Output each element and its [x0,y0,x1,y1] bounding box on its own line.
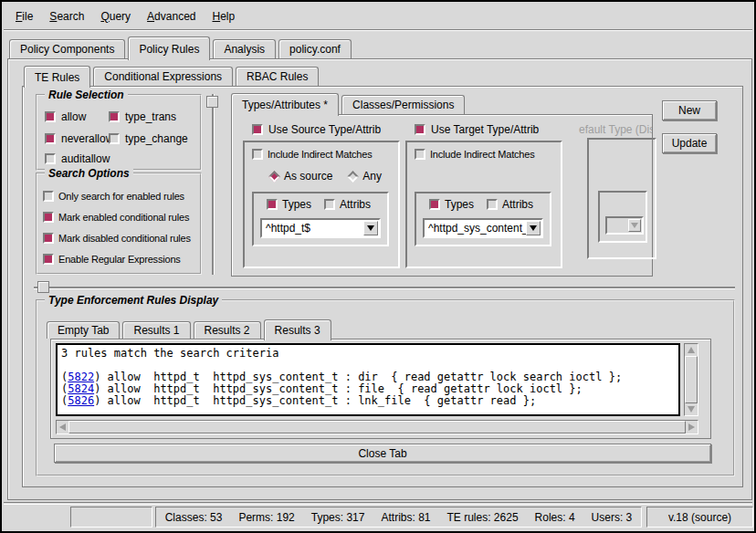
status-perms: Perms: 192 [238,511,294,524]
mark-disabled-label: Mark disabled conditional rules [58,233,191,244]
new-button-label: New [678,104,700,117]
scroll-right-icon[interactable] [686,421,698,433]
menu-help[interactable]: Help [204,5,243,28]
source-attribs-checkbox[interactable] [324,199,335,210]
tab-results-3[interactable]: Results 3 [264,319,331,340]
tab-types-attributes[interactable]: Types/Attributes * [231,93,339,116]
apol-window: { "window": { "bg": "#d9d9d9", "accent":… [0,0,756,533]
default-type-combobox [605,216,644,235]
scroll-down-icon[interactable] [685,403,697,415]
checkbox-regex[interactable]: Enable Regular Expressions [43,254,181,265]
tab-policy-conf[interactable]: policy.conf [278,39,352,58]
checkbox-mark-disabled[interactable]: Mark disabled conditional rules [43,233,191,244]
update-button[interactable]: Update [662,133,717,153]
source-box: Include Indirect Matches As source Any T… [243,141,400,268]
type-change-checkbox[interactable] [109,133,120,144]
tab-conditional-expressions[interactable]: Conditional Expressions [93,67,233,86]
checkbox-auditallow[interactable]: auditallow [45,152,110,165]
source-types-label: Types [282,198,311,211]
target-attribs-checkbox[interactable] [487,199,498,210]
type-trans-checkbox[interactable] [109,111,120,122]
checkbox-only-enabled[interactable]: Only search for enabled rules [43,191,184,202]
tab-policy-rules[interactable]: Policy Rules [128,37,210,60]
rule-link-5822[interactable]: 5822 [68,371,94,383]
tab-policy-components[interactable]: Policy Components [9,39,125,58]
source-type-combobox[interactable]: ^httpd_t$ [260,218,381,238]
status-types: Types: 317 [311,511,365,524]
results-horizontal-scrollbar[interactable] [56,420,698,434]
use-source-checkbox[interactable] [252,124,263,135]
use-target-label: Use Target Type/Attrib [431,123,539,136]
as-source-radio[interactable] [268,171,280,183]
checkbox-neverallow[interactable]: neverallow [45,132,113,145]
horizontal-sash-handle[interactable] [37,281,49,293]
new-button[interactable]: New [662,100,717,120]
neverallow-checkbox[interactable] [45,133,56,144]
allow-label: allow [61,110,86,123]
source-combo-button[interactable] [363,221,378,235]
target-type-combobox[interactable]: ^httpd_sys_content_t$ [423,218,543,238]
scroll-up-icon[interactable] [685,344,697,356]
update-button-label: Update [672,137,708,150]
menu-advanced-label: A [147,10,154,23]
only-enabled-label: Only search for enabled rules [58,191,184,202]
use-source-label: Use Source Type/Attrib [268,123,381,136]
tab-results-2[interactable]: Results 2 [194,321,261,339]
menu-search[interactable]: Search [41,5,92,28]
horizontal-scroll-thumb[interactable] [68,421,686,434]
checkbox-mark-enabled[interactable]: Mark enabled conditional rules [43,212,189,223]
source-indirect-row[interactable]: Include Indirect Matches [252,149,372,160]
vertical-scroll-thumb[interactable] [685,356,698,403]
status-users: Users: 3 [592,511,633,524]
te-rules-display-title: Type Enforcement Rules Display [45,294,222,307]
checkbox-type-trans[interactable]: type_trans [109,110,176,123]
target-indirect-row[interactable]: Include Indirect Matches [415,149,534,160]
tab-te-rules[interactable]: TE Rules [24,66,90,88]
source-indirect-checkbox[interactable] [252,149,263,160]
results-textarea[interactable]: 3 rules match the search criteria (5822)… [56,343,680,416]
close-tab-button[interactable]: Close Tab [54,444,711,463]
tab-rbac-rules[interactable]: RBAC Rules [236,67,319,86]
rule-selection-frame: Rule Selection allow type_trans neverall… [36,94,202,171]
rule-link-5824[interactable]: 5824 [68,382,94,395]
source-scope-radios: As source Any [268,170,382,183]
allow-checkbox[interactable] [45,111,56,122]
auditallow-checkbox[interactable] [45,153,56,164]
only-enabled-checkbox[interactable] [43,191,54,202]
mark-disabled-checkbox[interactable] [43,233,54,244]
any-label[interactable]: Any [362,170,382,183]
vertical-sash-handle[interactable] [206,96,218,108]
regex-label: Enable Regular Expressions [58,254,181,265]
checkbox-allow[interactable]: allow [45,110,86,123]
rule-link-5826[interactable]: 5826 [68,394,94,407]
use-target-checkbox[interactable] [415,124,425,135]
vertical-sash[interactable] [212,94,214,275]
source-types-checkbox[interactable] [267,199,278,210]
rule-selection-title: Rule Selection [45,89,128,101]
types-attributes-page: Use Source Type/Attrib Include Indirect … [231,114,653,277]
target-types-checkbox[interactable] [429,199,440,210]
scroll-left-icon[interactable] [57,421,68,433]
status-attribs: Attribs: 81 [381,511,430,524]
target-combo-button[interactable] [526,221,541,235]
neverallow-label: neverallow [61,132,113,145]
checkbox-type-change[interactable]: type_change [109,132,188,145]
as-source-label[interactable]: As source [284,170,332,183]
menu-query[interactable]: Query [92,5,139,28]
mark-enabled-checkbox[interactable] [43,212,54,223]
use-source-row[interactable]: Use Source Type/Attrib [252,123,381,136]
tab-analysis[interactable]: Analysis [213,39,276,58]
tab-empty[interactable]: Empty Tab [47,321,120,339]
results-vertical-scrollbar[interactable] [684,343,698,416]
regex-checkbox[interactable] [43,254,54,265]
menu-advanced[interactable]: Advanced [139,5,204,28]
tab-results-1[interactable]: Results 1 [122,321,190,339]
any-radio[interactable] [347,171,359,183]
tab-classes-permissions[interactable]: Classes/Permissions [341,95,465,114]
use-target-row[interactable]: Use Target Type/Attrib [415,123,539,136]
source-type-value: ^httpd_t$ [262,222,363,235]
target-indirect-checkbox[interactable] [415,149,425,160]
status-version-cell: v.18 (source) [646,507,753,528]
horizontal-sash[interactable] [34,287,735,288]
menu-file[interactable]: File [7,5,41,28]
